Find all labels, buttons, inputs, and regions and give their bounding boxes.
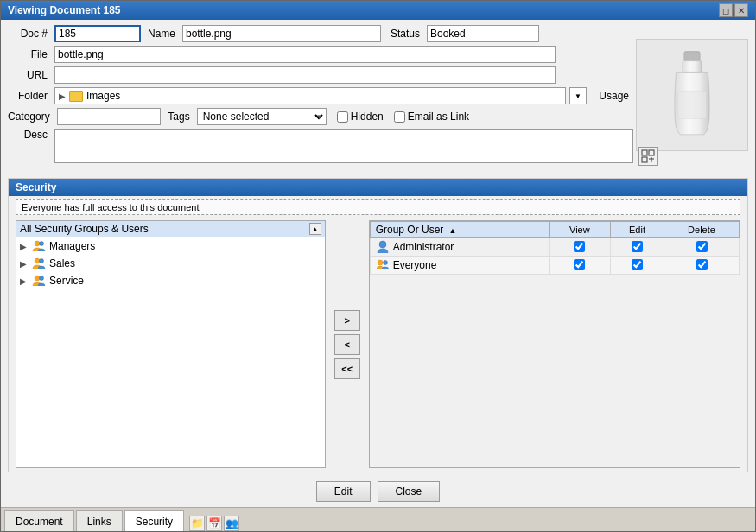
folder-dropdown-btn[interactable]: ▼ [569, 87, 587, 104]
delete-checkbox[interactable] [696, 259, 708, 270]
tab-icon-users[interactable]: 👥 [224, 516, 239, 531]
tab-document-label: Document [16, 516, 63, 528]
delete-cell [664, 238, 740, 256]
security-content: Everyone has full access to this documen… [9, 196, 747, 472]
view-checkbox[interactable] [574, 241, 585, 252]
status-label: Status [384, 28, 423, 40]
security-note: Everyone has full access to this documen… [16, 200, 740, 215]
usage-label: Usage [594, 90, 632, 102]
remove-button[interactable]: < [334, 334, 360, 355]
group-icon [32, 256, 46, 270]
transfer-buttons: > < << [329, 220, 365, 468]
tab-document[interactable]: Document [4, 510, 74, 531]
email-as-link-checkbox[interactable] [394, 111, 405, 123]
edit-button[interactable]: Edit [316, 481, 371, 502]
view-col-header: View [549, 222, 610, 238]
group-icon [32, 274, 46, 288]
tags-select[interactable]: None selected [197, 108, 327, 125]
add-button[interactable]: > [334, 310, 360, 331]
svg-point-12 [35, 276, 40, 281]
view-cell [549, 256, 610, 275]
window-controls: ◻ ✕ [719, 3, 748, 17]
edit-col-header: Edit [610, 222, 664, 238]
calendar-tab-icon: 📅 [208, 517, 221, 529]
view-cell [549, 238, 610, 256]
doc-input[interactable] [54, 25, 141, 42]
scan-icon [641, 149, 655, 163]
url-input[interactable] [54, 66, 556, 84]
window-title: Viewing Document 185 [8, 4, 120, 16]
table-row: Administrator [370, 238, 739, 256]
svg-point-15 [378, 260, 383, 265]
list-item[interactable]: ▶ Service [16, 272, 325, 289]
svg-rect-1 [683, 61, 702, 73]
hidden-checkbox-label: Hidden [337, 111, 384, 123]
category-label: Category [8, 111, 54, 123]
hidden-checkbox[interactable] [337, 111, 348, 123]
list-item[interactable]: ▶ Sales [16, 255, 325, 272]
svg-rect-0 [684, 52, 700, 61]
bottom-bar: Edit Close [1, 476, 755, 507]
desc-textarea[interactable] [54, 129, 633, 163]
dropdown-arrow-icon: ▼ [575, 92, 581, 100]
edit-checkbox[interactable] [632, 241, 643, 252]
security-section: Security Everyone has full access to thi… [8, 178, 748, 472]
scroll-up-icon: ▲ [312, 225, 319, 233]
view-checkbox[interactable] [574, 259, 585, 270]
delete-col-header: Delete [664, 222, 740, 238]
remove-all-button[interactable]: << [334, 358, 360, 379]
group-user-icon [376, 258, 390, 272]
group-user-col-header: Group Or User ▲ [370, 222, 549, 238]
url-label: URL [8, 69, 51, 81]
tab-icon-calendar[interactable]: 📅 [206, 516, 222, 531]
svg-point-13 [40, 276, 44, 281]
expand-icon: ▶ [20, 259, 29, 269]
svg-rect-5 [642, 157, 647, 162]
user-name-cell: Everyone [370, 256, 549, 275]
close-button[interactable]: Close [378, 481, 441, 502]
svg-rect-4 [649, 150, 654, 155]
table-row: Everyone [370, 256, 739, 275]
main-window: Viewing Document 185 ◻ ✕ [0, 0, 756, 532]
svg-point-10 [35, 258, 40, 263]
user-name: Administrator [393, 241, 454, 253]
security-panels: All Security Groups & Users ▲ ▶ [16, 220, 740, 468]
tab-links[interactable]: Links [76, 510, 123, 531]
category-input[interactable] [57, 108, 161, 125]
svg-point-16 [383, 261, 387, 265]
restore-button[interactable]: ◻ [719, 3, 733, 17]
doc-label: Doc # [8, 28, 51, 40]
svg-point-9 [40, 242, 44, 246]
folder-label: Folder [8, 90, 51, 102]
svg-rect-2 [678, 91, 707, 118]
list-item[interactable]: ▶ Managers [16, 238, 325, 255]
folder-icon [69, 91, 83, 102]
svg-point-11 [40, 259, 44, 263]
group-name: Sales [49, 257, 75, 269]
name-label: Name [144, 28, 179, 40]
tab-security[interactable]: Security [124, 510, 184, 531]
left-panel-scroll-up[interactable]: ▲ [309, 223, 321, 235]
left-panel: All Security Groups & Users ▲ ▶ [16, 220, 326, 468]
right-panel: Group Or User ▲ View Edit Delete [369, 220, 740, 468]
hidden-label: Hidden [351, 111, 384, 123]
file-input[interactable] [54, 46, 556, 63]
scan-button[interactable] [638, 147, 658, 166]
left-panel-title: All Security Groups & Users [20, 223, 149, 235]
name-input[interactable] [182, 25, 381, 42]
status-input[interactable] [427, 25, 539, 42]
group-name: Managers [49, 240, 95, 252]
tags-label: Tags [168, 111, 194, 123]
tags-select-wrapper: None selected [197, 108, 327, 125]
groups-list[interactable]: ▶ Managers ▶ [16, 238, 326, 468]
expand-icon: ▶ [20, 242, 29, 251]
edit-cell [610, 256, 664, 275]
delete-checkbox[interactable] [696, 241, 708, 252]
close-button[interactable]: ✕ [734, 3, 748, 17]
edit-checkbox[interactable] [632, 259, 643, 270]
form-area: Doc # Name Status File URL Folder [1, 20, 755, 174]
folder-tab-icon: 📁 [191, 517, 204, 529]
left-panel-header: All Security Groups & Users ▲ [16, 220, 326, 238]
tab-icon-folder[interactable]: 📁 [189, 516, 205, 531]
image-preview [636, 39, 748, 151]
